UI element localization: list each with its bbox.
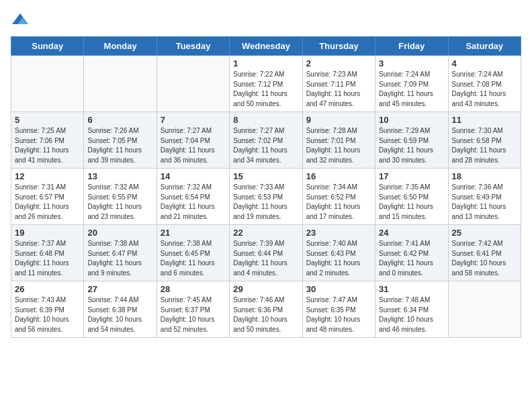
day-number: 20	[87, 228, 152, 238]
day-info: Sunrise: 7:38 AM Sunset: 6:47 PM Dayligh…	[87, 239, 152, 278]
calendar-cell	[157, 56, 229, 112]
day-info: Sunrise: 7:26 AM Sunset: 7:05 PM Dayligh…	[87, 126, 152, 165]
day-info: Sunrise: 7:24 AM Sunset: 7:08 PM Dayligh…	[452, 70, 517, 109]
day-header-saturday: Saturday	[448, 37, 521, 56]
day-number: 23	[306, 228, 371, 238]
day-number: 15	[233, 171, 298, 181]
day-info: Sunrise: 7:32 AM Sunset: 6:54 PM Dayligh…	[161, 183, 226, 222]
day-info: Sunrise: 7:23 AM Sunset: 7:11 PM Dayligh…	[306, 70, 371, 109]
calendar-cell: 9Sunrise: 7:28 AM Sunset: 7:01 PM Daylig…	[302, 112, 375, 169]
calendar-cell: 1Sunrise: 7:22 AM Sunset: 7:12 PM Daylig…	[230, 56, 302, 112]
day-number: 3	[379, 58, 444, 68]
calendar-week-1: 1Sunrise: 7:22 AM Sunset: 7:12 PM Daylig…	[11, 56, 521, 112]
day-header-thursday: Thursday	[302, 37, 375, 56]
day-header-wednesday: Wednesday	[230, 37, 302, 56]
calendar-cell: 17Sunrise: 7:35 AM Sunset: 6:50 PM Dayli…	[375, 169, 448, 225]
calendar-body: 1Sunrise: 7:22 AM Sunset: 7:12 PM Daylig…	[11, 56, 521, 338]
day-number: 8	[233, 115, 298, 125]
calendar-cell: 14Sunrise: 7:32 AM Sunset: 6:54 PM Dayli…	[157, 169, 229, 225]
calendar-cell: 3Sunrise: 7:24 AM Sunset: 7:09 PM Daylig…	[375, 56, 448, 112]
day-info: Sunrise: 7:48 AM Sunset: 6:34 PM Dayligh…	[379, 295, 444, 334]
day-number: 11	[452, 115, 517, 125]
logo	[11, 11, 32, 30]
calendar-cell: 25Sunrise: 7:42 AM Sunset: 6:41 PM Dayli…	[448, 225, 521, 281]
day-number: 16	[306, 171, 371, 181]
day-number: 24	[379, 228, 444, 238]
day-number: 7	[161, 115, 226, 125]
calendar-cell: 5Sunrise: 7:25 AM Sunset: 7:06 PM Daylig…	[11, 112, 84, 169]
day-info: Sunrise: 7:35 AM Sunset: 6:50 PM Dayligh…	[379, 183, 444, 222]
page-header	[11, 11, 521, 30]
day-header-tuesday: Tuesday	[157, 37, 229, 56]
calendar-cell: 27Sunrise: 7:44 AM Sunset: 6:38 PM Dayli…	[84, 281, 157, 338]
calendar-cell: 4Sunrise: 7:24 AM Sunset: 7:08 PM Daylig…	[448, 56, 521, 112]
day-number: 28	[161, 284, 226, 294]
day-info: Sunrise: 7:30 AM Sunset: 6:58 PM Dayligh…	[452, 126, 517, 165]
day-info: Sunrise: 7:39 AM Sunset: 6:44 PM Dayligh…	[233, 239, 298, 278]
day-info: Sunrise: 7:24 AM Sunset: 7:09 PM Dayligh…	[379, 70, 444, 109]
calendar-week-5: 26Sunrise: 7:43 AM Sunset: 6:39 PM Dayli…	[11, 281, 521, 338]
logo-icon	[11, 11, 30, 30]
calendar-cell: 21Sunrise: 7:38 AM Sunset: 6:45 PM Dayli…	[157, 225, 229, 281]
day-info: Sunrise: 7:36 AM Sunset: 6:49 PM Dayligh…	[452, 183, 517, 222]
day-number: 14	[161, 171, 226, 181]
calendar-week-2: 5Sunrise: 7:25 AM Sunset: 7:06 PM Daylig…	[11, 112, 521, 169]
calendar-cell: 24Sunrise: 7:41 AM Sunset: 6:42 PM Dayli…	[375, 225, 448, 281]
day-info: Sunrise: 7:32 AM Sunset: 6:55 PM Dayligh…	[87, 183, 152, 222]
day-info: Sunrise: 7:41 AM Sunset: 6:42 PM Dayligh…	[379, 239, 444, 278]
calendar-cell: 11Sunrise: 7:30 AM Sunset: 6:58 PM Dayli…	[448, 112, 521, 169]
day-number: 13	[87, 171, 152, 181]
day-info: Sunrise: 7:34 AM Sunset: 6:52 PM Dayligh…	[306, 183, 371, 222]
day-info: Sunrise: 7:33 AM Sunset: 6:53 PM Dayligh…	[233, 183, 298, 222]
day-info: Sunrise: 7:42 AM Sunset: 6:41 PM Dayligh…	[452, 239, 517, 278]
day-info: Sunrise: 7:38 AM Sunset: 6:45 PM Dayligh…	[161, 239, 226, 278]
day-number: 18	[452, 171, 517, 181]
day-number: 5	[15, 115, 80, 125]
calendar-cell: 2Sunrise: 7:23 AM Sunset: 7:11 PM Daylig…	[302, 56, 375, 112]
day-info: Sunrise: 7:45 AM Sunset: 6:37 PM Dayligh…	[161, 295, 226, 334]
day-header-sunday: Sunday	[11, 37, 84, 56]
calendar-cell: 12Sunrise: 7:31 AM Sunset: 6:57 PM Dayli…	[11, 169, 84, 225]
calendar-cell: 23Sunrise: 7:40 AM Sunset: 6:43 PM Dayli…	[302, 225, 375, 281]
day-number: 26	[15, 284, 80, 294]
day-number: 31	[379, 284, 444, 294]
day-number: 29	[233, 284, 298, 294]
calendar-cell: 31Sunrise: 7:48 AM Sunset: 6:34 PM Dayli…	[375, 281, 448, 338]
calendar-week-3: 12Sunrise: 7:31 AM Sunset: 6:57 PM Dayli…	[11, 169, 521, 225]
day-info: Sunrise: 7:47 AM Sunset: 6:35 PM Dayligh…	[306, 295, 371, 334]
calendar-header-row: SundayMondayTuesdayWednesdayThursdayFrid…	[11, 37, 521, 56]
calendar-cell: 20Sunrise: 7:38 AM Sunset: 6:47 PM Dayli…	[84, 225, 157, 281]
day-info: Sunrise: 7:31 AM Sunset: 6:57 PM Dayligh…	[15, 183, 80, 222]
day-number: 12	[15, 171, 80, 181]
day-number: 22	[233, 228, 298, 238]
calendar-cell: 28Sunrise: 7:45 AM Sunset: 6:37 PM Dayli…	[157, 281, 229, 338]
calendar-cell: 18Sunrise: 7:36 AM Sunset: 6:49 PM Dayli…	[448, 169, 521, 225]
day-number: 21	[161, 228, 226, 238]
calendar-cell: 29Sunrise: 7:46 AM Sunset: 6:36 PM Dayli…	[230, 281, 302, 338]
day-info: Sunrise: 7:25 AM Sunset: 7:06 PM Dayligh…	[15, 126, 80, 165]
calendar-cell: 15Sunrise: 7:33 AM Sunset: 6:53 PM Dayli…	[230, 169, 302, 225]
day-number: 9	[306, 115, 371, 125]
calendar-cell	[84, 56, 157, 112]
day-number: 30	[306, 284, 371, 294]
day-info: Sunrise: 7:28 AM Sunset: 7:01 PM Dayligh…	[306, 126, 371, 165]
day-number: 27	[87, 284, 152, 294]
day-number: 19	[15, 228, 80, 238]
day-number: 4	[452, 58, 517, 68]
day-info: Sunrise: 7:43 AM Sunset: 6:39 PM Dayligh…	[15, 295, 80, 334]
day-number: 17	[379, 171, 444, 181]
day-info: Sunrise: 7:46 AM Sunset: 6:36 PM Dayligh…	[233, 295, 298, 334]
calendar-cell: 16Sunrise: 7:34 AM Sunset: 6:52 PM Dayli…	[302, 169, 375, 225]
calendar-cell: 10Sunrise: 7:29 AM Sunset: 6:59 PM Dayli…	[375, 112, 448, 169]
day-info: Sunrise: 7:22 AM Sunset: 7:12 PM Dayligh…	[233, 70, 298, 109]
calendar-cell	[448, 281, 521, 338]
day-info: Sunrise: 7:44 AM Sunset: 6:38 PM Dayligh…	[87, 295, 152, 334]
calendar-week-4: 19Sunrise: 7:37 AM Sunset: 6:48 PM Dayli…	[11, 225, 521, 281]
day-number: 6	[87, 115, 152, 125]
day-number: 1	[233, 58, 298, 68]
calendar-cell: 30Sunrise: 7:47 AM Sunset: 6:35 PM Dayli…	[302, 281, 375, 338]
calendar-cell: 22Sunrise: 7:39 AM Sunset: 6:44 PM Dayli…	[230, 225, 302, 281]
day-header-friday: Friday	[375, 37, 448, 56]
day-info: Sunrise: 7:27 AM Sunset: 7:02 PM Dayligh…	[233, 126, 298, 165]
day-number: 25	[452, 228, 517, 238]
